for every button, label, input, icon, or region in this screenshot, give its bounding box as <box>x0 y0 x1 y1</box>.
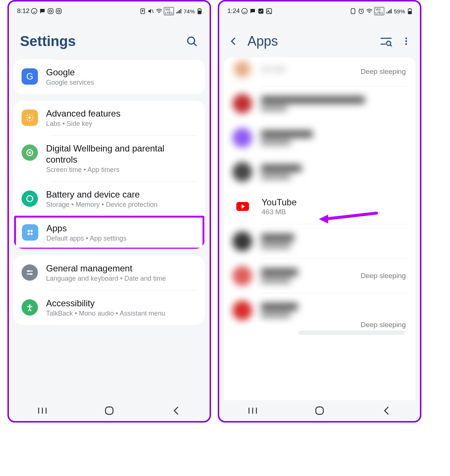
sliders-icon <box>22 264 38 281</box>
whatsapp-icon <box>31 8 38 14</box>
row-subtitle: Labs • Side key <box>46 120 197 128</box>
svg-point-21 <box>28 270 30 272</box>
svg-point-18 <box>27 233 30 235</box>
row-subtitle: Screen time • App timers <box>46 166 197 174</box>
svg-rect-31 <box>266 9 272 14</box>
row-subtitle: TalkBack • Mono audio • Assistant menu <box>46 310 197 317</box>
status-bar: 1:24 Vo)LTE1 59% <box>219 1 420 19</box>
nav-bar <box>219 400 420 421</box>
saver-icon <box>350 8 356 14</box>
row-subtitle: Default apps • App settings <box>46 235 197 242</box>
row-title: Apps <box>46 223 197 234</box>
wifi-icon <box>366 8 373 14</box>
settings-row-apps[interactable]: Apps Default apps • App settings <box>14 216 204 249</box>
battery-icon <box>196 8 203 14</box>
svg-rect-37 <box>409 9 411 9</box>
status-time: 8:12 <box>17 7 29 15</box>
google-icon: G <box>22 68 38 85</box>
app-row-blurred[interactable] <box>224 121 415 155</box>
volte-icon: Vo)LTE1 <box>164 7 174 15</box>
app-row-blurred[interactable] <box>224 224 415 258</box>
filter-search-button[interactable] <box>380 35 392 48</box>
chat-icon <box>249 8 256 14</box>
row-title: Accessibility <box>46 298 197 309</box>
row-title: Battery and device care <box>46 189 197 200</box>
svg-point-19 <box>30 233 33 235</box>
nav-home[interactable] <box>314 405 326 417</box>
svg-point-10 <box>188 37 195 44</box>
status-bar: 8:12 Vo)LTE1 74% <box>9 1 210 19</box>
settings-row-google[interactable]: G Google Google services <box>13 59 205 94</box>
svg-point-16 <box>27 230 30 232</box>
signal-icon <box>175 8 182 14</box>
youtube-icon <box>233 196 253 216</box>
app-row-blurred[interactable] <box>224 87 415 121</box>
settings-row-wellbeing[interactable]: Digital Wellbeing and parental controls … <box>13 136 205 181</box>
row-title: Digital Wellbeing and parental controls <box>46 143 197 165</box>
nav-bar <box>9 400 210 421</box>
nav-back[interactable] <box>381 405 392 417</box>
svg-point-42 <box>405 38 407 39</box>
svg-rect-8 <box>198 11 201 14</box>
svg-point-44 <box>405 43 407 45</box>
apps-scroll-list: 303 MB Deep sleeping <box>224 57 415 400</box>
svg-line-11 <box>194 43 197 46</box>
svg-point-17 <box>30 230 33 232</box>
svg-rect-3 <box>56 9 61 14</box>
app-row-blurred[interactable] <box>224 155 415 189</box>
settings-row-general[interactable]: General management Language and keyboard… <box>13 255 205 290</box>
app-row-blurred[interactable] <box>224 293 415 327</box>
gear-icon <box>22 110 38 126</box>
row-title: General management <box>46 263 197 274</box>
svg-rect-9 <box>199 9 201 9</box>
svg-line-6 <box>152 10 153 13</box>
settings-card-3: General management Language and keyboard… <box>13 255 205 325</box>
svg-rect-36 <box>408 11 411 14</box>
instagram-icon-2 <box>55 8 62 14</box>
nav-recents[interactable] <box>36 405 48 417</box>
search-button[interactable] <box>186 35 198 48</box>
left-phone-settings: 8:12 Vo)LTE1 74% Settings G Google G <box>7 0 211 423</box>
person-icon <box>22 299 38 316</box>
svg-rect-28 <box>106 407 113 414</box>
row-subtitle: Language and keyboard • Date and time <box>46 275 197 283</box>
nav-back[interactable] <box>170 405 182 417</box>
chat-icon <box>39 8 46 14</box>
saver-icon <box>139 8 146 14</box>
svg-point-2 <box>49 10 52 12</box>
wifi-icon <box>156 8 162 14</box>
settings-row-battery[interactable]: Battery and device care Storage • Memory… <box>13 182 205 216</box>
status-battery-pct: 59% <box>394 8 405 14</box>
right-phone-apps: 1:24 Vo)LTE1 59% Apps <box>218 0 421 423</box>
app-size: 463 MB <box>262 208 407 216</box>
row-title: Google <box>46 67 197 78</box>
battery-icon <box>407 8 413 14</box>
settings-row-advanced[interactable]: Advanced features Labs • Side key <box>13 101 205 135</box>
settings-row-accessibility[interactable]: Accessibility TalkBack • Mono audio • As… <box>13 290 205 325</box>
app-row-blurred[interactable] <box>224 259 415 293</box>
settings-title: Settings <box>20 33 76 49</box>
back-button[interactable] <box>227 35 240 48</box>
svg-point-32 <box>268 10 269 11</box>
alarm-icon <box>358 8 365 14</box>
app-row-youtube[interactable]: YouTube 463 MB <box>224 189 415 224</box>
apps-title: Apps <box>247 33 372 49</box>
app-status: Deep sleeping <box>361 68 406 76</box>
nav-home[interactable] <box>103 405 115 417</box>
row-title: Advanced features <box>46 108 197 119</box>
svg-line-41 <box>390 45 392 46</box>
svg-point-23 <box>30 273 32 275</box>
more-button[interactable] <box>400 35 412 48</box>
svg-point-24 <box>29 304 31 306</box>
nav-recents[interactable] <box>247 405 259 417</box>
signal-icon <box>386 8 392 14</box>
app-name: YouTube <box>262 197 407 208</box>
svg-rect-1 <box>48 9 53 14</box>
whatsapp-icon <box>241 8 248 14</box>
image-icon <box>266 8 272 14</box>
status-battery-pct: 74% <box>184 8 195 14</box>
device-care-icon <box>22 190 38 207</box>
status-time: 1:24 <box>227 7 240 15</box>
apps-grid-icon <box>22 224 38 241</box>
instagram-icon <box>47 8 54 14</box>
